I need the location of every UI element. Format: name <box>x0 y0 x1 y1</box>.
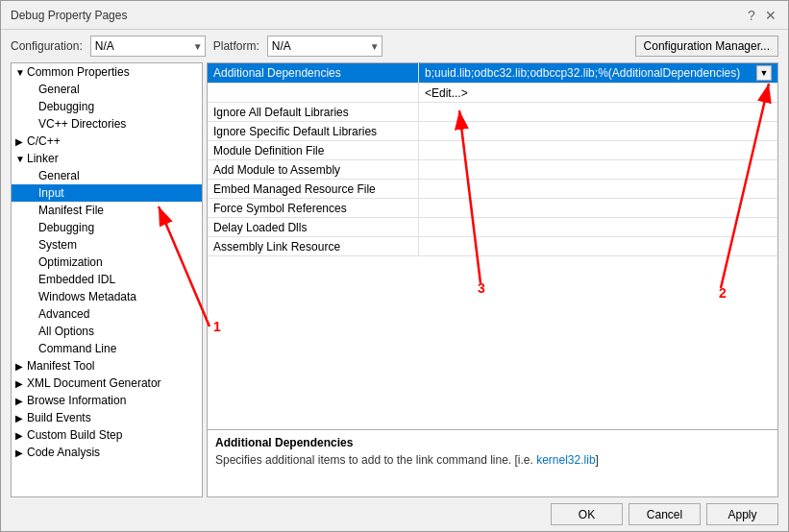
tree-item-linker-advanced[interactable]: Advanced <box>12 305 202 323</box>
tree-item-linker-general[interactable]: General <box>12 167 202 184</box>
tree-arrow-c-cpp: ▶ <box>15 136 25 147</box>
title-bar: Debug Property Pages ? ✕ <box>1 1 788 30</box>
prop-edit-row[interactable]: <Edit...> <box>208 84 777 103</box>
tree-label-linker-debugging: Debugging <box>38 221 94 234</box>
tree-item-browse-info[interactable]: ▶Browse Information <box>12 392 202 409</box>
tree-label-general: General <box>38 83 80 96</box>
config-label: Configuration: <box>11 39 83 53</box>
prop-value-assembly-link <box>419 237 777 255</box>
tree-label-linker-embedded-idl: Embedded IDL <box>38 273 115 286</box>
prop-value-module-def-file <box>419 141 777 159</box>
description-panel: Additional Dependencies Specifies additi… <box>207 430 778 497</box>
prop-dropdown-btn-additional-deps[interactable]: ▼ <box>756 65 772 81</box>
tree-label-linker-manifest: Manifest File <box>38 204 104 217</box>
tree-label-linker-optimization: Optimization <box>38 255 103 269</box>
tree-arrow-linker: ▼ <box>15 154 25 164</box>
ok-button[interactable]: OK <box>551 503 623 525</box>
tree-item-linker-manifest[interactable]: Manifest File <box>12 202 202 219</box>
tree-label-xml-doc-gen: XML Document Generator <box>27 376 161 390</box>
tree-arrow-custom-build-step: ▶ <box>15 430 25 441</box>
prop-row-force-symbol[interactable]: Force Symbol References <box>208 199 777 218</box>
tree-arrow-xml-doc-gen: ▶ <box>15 378 25 389</box>
tree-label-vc-dirs: VC++ Directories <box>38 117 126 131</box>
config-row: Configuration: N/A ▼ Platform: N/A ▼ Con… <box>1 30 788 62</box>
left-panel: ▼Common PropertiesGeneralDebuggingVC++ D… <box>11 62 203 497</box>
prop-row-ignore-specific[interactable]: Ignore Specific Default Libraries <box>208 122 777 141</box>
prop-name-module-def-file: Module Definition File <box>208 141 419 159</box>
platform-label: Platform: <box>213 39 259 53</box>
tree-item-common-props[interactable]: ▼Common Properties <box>12 63 202 81</box>
platform-select-wrapper: N/A ▼ <box>267 36 382 57</box>
close-button[interactable]: ✕ <box>763 8 778 23</box>
prop-value-force-symbol <box>419 199 777 217</box>
config-select[interactable]: N/A <box>90 36 206 57</box>
tree-item-debugging[interactable]: Debugging <box>12 98 202 115</box>
tree-item-c-cpp[interactable]: ▶C/C++ <box>12 133 202 150</box>
tree-item-code-analysis[interactable]: ▶Code Analysis <box>12 444 202 461</box>
tree-arrow-build-events: ▶ <box>15 413 25 423</box>
prop-row-module-def-file[interactable]: Module Definition File <box>208 141 777 160</box>
tree-item-linker-all-options[interactable]: All Options <box>12 323 202 340</box>
prop-row-ignore-all-default[interactable]: Ignore All Default Libraries <box>208 103 777 122</box>
tree-item-linker-system[interactable]: System <box>12 236 202 254</box>
tree-item-manifest-tool[interactable]: ▶Manifest Tool <box>12 357 202 375</box>
tree-label-debugging: Debugging <box>38 100 94 113</box>
tree-arrow-browse-info: ▶ <box>15 396 25 406</box>
tree-label-linker-advanced: Advanced <box>38 307 89 321</box>
tree-label-linker-all-options: All Options <box>38 325 94 338</box>
config-manager-button[interactable]: Configuration Manager... <box>635 36 778 57</box>
prop-name-ignore-specific: Ignore Specific Default Libraries <box>208 122 419 140</box>
prop-edit-value: <Edit...> <box>419 84 777 102</box>
tree-label-browse-info: Browse Information <box>27 394 126 407</box>
tree-label-manifest-tool: Manifest Tool <box>27 359 94 373</box>
properties-grid: Additional Dependenciesb;uuid.lib;odbc32… <box>207 62 778 430</box>
help-button[interactable]: ? <box>744 8 759 23</box>
prop-name-additional-deps: Additional Dependencies <box>208 63 419 83</box>
tree-item-build-events[interactable]: ▶Build Events <box>12 409 202 426</box>
tree-label-custom-build-step: Custom Build Step <box>27 428 122 442</box>
cancel-button[interactable]: Cancel <box>629 503 701 525</box>
prop-value-ignore-specific <box>419 122 777 140</box>
apply-button[interactable]: Apply <box>706 503 778 525</box>
prop-value-embed-managed <box>419 180 777 198</box>
description-highlight: kernel32.lib <box>536 453 595 467</box>
tree-arrow-code-analysis: ▶ <box>15 447 25 458</box>
tree-item-linker-optimization[interactable]: Optimization <box>12 254 202 271</box>
prop-edit-name <box>208 84 419 102</box>
title-bar-controls: ? ✕ <box>744 8 778 23</box>
tree-item-linker[interactable]: ▼Linker <box>12 150 202 167</box>
tree-label-linker-system: System <box>38 238 77 252</box>
tree-label-linker: Linker <box>27 152 59 165</box>
description-title: Additional Dependencies <box>215 436 770 449</box>
tree-item-linker-windows-metadata[interactable]: Windows Metadata <box>12 288 202 305</box>
prop-row-delay-loaded-dlls[interactable]: Delay Loaded Dlls <box>208 218 777 237</box>
prop-name-ignore-all-default: Ignore All Default Libraries <box>208 103 419 121</box>
tree-label-code-analysis: Code Analysis <box>27 446 100 459</box>
tree-item-general[interactable]: General <box>12 81 202 98</box>
prop-row-additional-deps[interactable]: Additional Dependenciesb;uuid.lib;odbc32… <box>208 63 777 84</box>
tree-label-linker-windows-metadata: Windows Metadata <box>38 290 136 303</box>
prop-row-add-module[interactable]: Add Module to Assembly <box>208 160 777 180</box>
prop-row-assembly-link[interactable]: Assembly Link Resource <box>208 237 777 256</box>
tree-item-custom-build-step[interactable]: ▶Custom Build Step <box>12 426 202 444</box>
tree-item-linker-debugging[interactable]: Debugging <box>12 219 202 236</box>
tree-item-linker-input[interactable]: Input <box>12 184 202 202</box>
tree-label-linker-command-line: Command Line <box>38 342 116 355</box>
tree-label-linker-general: General <box>38 169 80 182</box>
prop-name-add-module: Add Module to Assembly <box>208 160 419 179</box>
bottom-bar: OK Cancel Apply <box>1 497 788 531</box>
tree-label-common-props: Common Properties <box>27 65 130 79</box>
tree-label-c-cpp: C/C++ <box>27 134 61 148</box>
prop-name-delay-loaded-dlls: Delay Loaded Dlls <box>208 218 419 236</box>
tree-item-linker-embedded-idl[interactable]: Embedded IDL <box>12 271 202 288</box>
tree-arrow-common-props: ▼ <box>15 67 25 78</box>
prop-name-assembly-link: Assembly Link Resource <box>208 237 419 255</box>
tree-item-linker-command-line[interactable]: Command Line <box>12 340 202 357</box>
tree-item-xml-doc-gen[interactable]: ▶XML Document Generator <box>12 375 202 392</box>
platform-select[interactable]: N/A <box>267 36 382 57</box>
prop-name-force-symbol: Force Symbol References <box>208 199 419 217</box>
prop-value-ignore-all-default <box>419 103 777 121</box>
prop-row-embed-managed[interactable]: Embed Managed Resource File <box>208 180 777 199</box>
tree-item-vc-dirs[interactable]: VC++ Directories <box>12 115 202 133</box>
dialog-title: Debug Property Pages <box>11 9 127 22</box>
